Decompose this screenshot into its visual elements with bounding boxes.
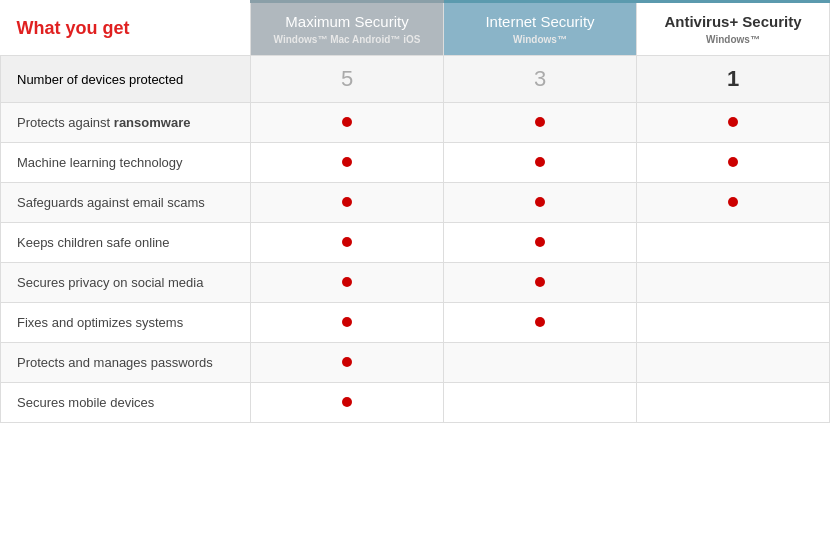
product-header-internet-security: Internet Security Windows™ [444,2,637,56]
value-cell [444,183,637,223]
feature-dot [535,157,545,167]
value-cell [444,303,637,343]
value-cell [637,343,830,383]
device-count: 1 [727,66,739,91]
table-row: Fixes and optimizes systems [1,303,830,343]
internet-security-name: Internet Security [464,13,616,30]
feature-dot [342,237,352,247]
device-count: 3 [534,66,546,91]
value-cell: 3 [444,56,637,103]
feature-dot [535,237,545,247]
value-cell [637,103,830,143]
feature-dot [342,157,352,167]
feature-name-cell: Protects and manages passwords [1,343,251,383]
feature-name-cell: Secures mobile devices [1,383,251,423]
feature-dot [535,197,545,207]
feature-name-cell: Machine learning technology [1,143,251,183]
feature-dot [342,317,352,327]
value-cell [251,183,444,223]
feature-dot [535,317,545,327]
comparison-table: What you get Maximum Security Windows™ M… [0,0,830,423]
value-cell [637,183,830,223]
value-cell [444,383,637,423]
product-header-max-security: Maximum Security Windows™ Mac Android™ i… [251,2,444,56]
feature-name-cell: Secures privacy on social media [1,263,251,303]
device-count: 5 [341,66,353,91]
feature-dot [728,197,738,207]
table-row: Protects against ransomware [1,103,830,143]
antivirus-platforms: Windows™ [657,34,809,45]
feature-dot [342,357,352,367]
feature-name-cell: Keeps children safe online [1,223,251,263]
value-cell [444,143,637,183]
feature-dot [535,277,545,287]
antivirus-name: Antivirus+ Security [657,13,809,30]
value-cell [251,303,444,343]
table-row: Secures mobile devices [1,383,830,423]
feature-dot [728,117,738,127]
value-cell [444,223,637,263]
feature-dot [342,277,352,287]
table-row: Secures privacy on social media [1,263,830,303]
feature-name-cell: Safeguards against email scams [1,183,251,223]
feature-dot [342,397,352,407]
max-security-platforms: Windows™ Mac Android™ iOS [271,34,423,45]
table-row: Keeps children safe online [1,223,830,263]
value-cell [637,223,830,263]
table-row: Machine learning technology [1,143,830,183]
value-cell [251,223,444,263]
value-cell [251,383,444,423]
value-cell [251,143,444,183]
max-security-name: Maximum Security [271,13,423,30]
feature-name-cell: Protects against ransomware [1,103,251,143]
what-you-get-title: What you get [17,18,130,38]
table-row: Number of devices protected531 [1,56,830,103]
value-cell [251,343,444,383]
feature-dot [728,157,738,167]
internet-security-platforms: Windows™ [464,34,616,45]
value-cell [637,263,830,303]
feature-name-cell: Number of devices protected [1,56,251,103]
value-cell [637,303,830,343]
value-cell [444,103,637,143]
product-header-antivirus: Antivirus+ Security Windows™ [637,2,830,56]
table-row: Protects and manages passwords [1,343,830,383]
value-cell: 5 [251,56,444,103]
feature-name-cell: Fixes and optimizes systems [1,303,251,343]
value-cell [637,383,830,423]
feature-dot [342,117,352,127]
value-cell [251,263,444,303]
feature-dot [342,197,352,207]
value-cell [444,343,637,383]
what-you-get-header: What you get [1,2,251,56]
value-cell [637,143,830,183]
table-row: Safeguards against email scams [1,183,830,223]
feature-dot [535,117,545,127]
value-cell [444,263,637,303]
value-cell [251,103,444,143]
value-cell: 1 [637,56,830,103]
